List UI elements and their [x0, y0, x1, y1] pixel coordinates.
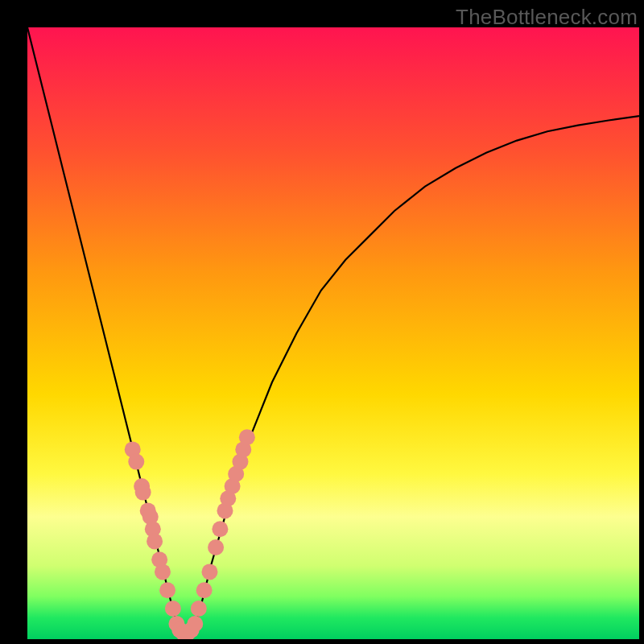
marker-point: [201, 564, 217, 580]
marker-point: [147, 533, 163, 549]
bottleneck-chart: [27, 27, 639, 639]
watermark-text: TheBottleneck.com: [456, 5, 638, 30]
marker-point: [128, 454, 144, 470]
marker-point: [159, 582, 175, 598]
chart-frame: TheBottleneck.com: [0, 0, 644, 644]
marker-point: [155, 564, 171, 580]
marker-point: [239, 429, 255, 445]
marker-point: [196, 582, 213, 598]
marker-point: [191, 601, 207, 617]
marker-point: [212, 521, 228, 537]
marker-point: [208, 539, 224, 555]
gradient-background: [27, 27, 639, 639]
plot-area: [27, 27, 639, 639]
marker-point: [135, 485, 151, 501]
marker-point: [187, 616, 203, 632]
marker-point: [165, 601, 181, 617]
